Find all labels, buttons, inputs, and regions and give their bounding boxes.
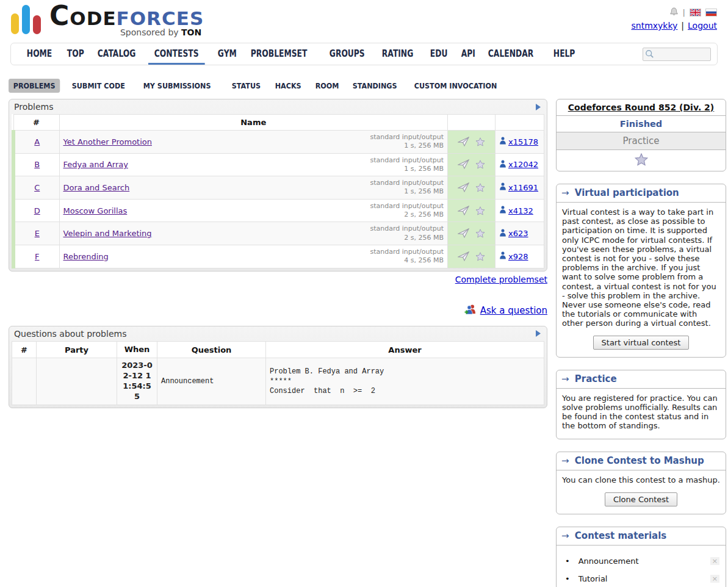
favorite-star-icon[interactable] xyxy=(475,160,485,169)
material-announcement-link[interactable]: Announcement xyxy=(578,556,710,566)
expand-arrow-icon[interactable] xyxy=(535,103,541,111)
nav-item-help[interactable]: HELP xyxy=(547,43,581,65)
subnav-submit-code[interactable]: SUBMIT CODE xyxy=(67,79,130,93)
problem-name-link[interactable]: Velepin and Marketing xyxy=(63,229,152,238)
contest-title-link[interactable]: Codeforces Round 852 (Div. 2) xyxy=(568,103,714,112)
nav-item-edu[interactable]: EDU xyxy=(424,43,453,65)
solved-count-link[interactable]: x928 xyxy=(508,252,528,261)
subnav-problems[interactable]: PROBLEMS xyxy=(9,79,60,93)
practice-title: Practice xyxy=(575,373,617,384)
nav-item-rating[interactable]: RATING xyxy=(376,43,419,65)
q-col-header-answer: Answer xyxy=(266,341,544,358)
bell-icon[interactable] xyxy=(669,7,679,17)
clone-contest-button[interactable]: Clone Contest xyxy=(605,492,677,506)
caption-arrow: → xyxy=(561,373,569,384)
nav-item-gym[interactable]: GYM xyxy=(212,43,243,65)
table-row: B Fedya and Array standard input/output1… xyxy=(13,153,544,176)
solved-count-link[interactable]: x623 xyxy=(508,229,528,238)
nav-item-api[interactable]: API xyxy=(455,43,481,65)
subnav-hacks[interactable]: HACKS xyxy=(270,79,306,93)
nav-item-calendar[interactable]: CALENDAR xyxy=(482,43,539,65)
submit-plane-icon[interactable] xyxy=(458,182,470,193)
nav-item-catalog[interactable]: CATALOG xyxy=(92,43,142,65)
submit-plane-icon[interactable] xyxy=(458,206,470,216)
nav-item-contests[interactable]: CONTESTS xyxy=(148,43,204,65)
main-column: Problems # Name A Yet Another Promotion xyxy=(9,99,547,587)
q-col-header-party: Party xyxy=(37,341,117,358)
virtual-title: Virtual participation xyxy=(575,187,679,198)
problem-name-link[interactable]: Yet Another Promotion xyxy=(63,137,152,146)
clone-title: Clone Contest to Mashup xyxy=(575,455,704,466)
favorite-star-icon[interactable] xyxy=(475,183,485,192)
logout-link[interactable]: Logout xyxy=(688,21,717,31)
problem-letter-link[interactable]: D xyxy=(34,206,40,215)
problem-letter-link[interactable]: F xyxy=(35,252,39,261)
solved-person-icon xyxy=(499,251,506,261)
col-header-solved xyxy=(496,115,544,131)
submit-plane-icon[interactable] xyxy=(458,137,470,147)
problem-name-link[interactable]: Rebrending xyxy=(63,252,109,261)
problem-name-link[interactable]: Moscow Gorillas xyxy=(63,206,128,215)
username-link[interactable]: sntmxykky xyxy=(631,21,677,31)
subnav-my-submissions[interactable]: MY SUBMISSIONS xyxy=(139,79,215,93)
sidebar: Codeforces Round 852 (Div. 2) Finished P… xyxy=(556,99,726,587)
problem-name-link[interactable]: Dora and Search xyxy=(63,183,130,192)
search-icon xyxy=(645,49,654,59)
favorite-star-icon[interactable] xyxy=(475,252,485,261)
nav-item-top[interactable]: TOP xyxy=(61,43,90,65)
nav-item-problemset[interactable]: PROBLEMSET xyxy=(245,43,313,65)
problem-letter-link[interactable]: B xyxy=(34,160,40,169)
solved-count-link[interactable]: x11691 xyxy=(508,183,538,192)
material-tutorial-link[interactable]: Tutorial xyxy=(578,574,710,583)
solved-person-icon xyxy=(499,160,506,170)
user-separator: | xyxy=(681,21,684,31)
solved-count-link[interactable]: x4132 xyxy=(508,206,533,215)
close-icon[interactable]: × xyxy=(710,575,719,583)
problem-letter-link[interactable]: E xyxy=(35,229,40,238)
problem-io: standard input/output xyxy=(370,202,444,210)
problem-letter-link[interactable]: A xyxy=(34,137,40,146)
contest-info-box: Codeforces Round 852 (Div. 2) Finished P… xyxy=(556,99,726,171)
submit-plane-icon[interactable] xyxy=(458,159,470,170)
contest-star-icon[interactable] xyxy=(635,159,648,168)
table-row: 2023-02-12 11:54:55 Announcement Problem… xyxy=(12,358,544,405)
bullet: • xyxy=(565,556,570,566)
caption-arrow: → xyxy=(561,455,569,466)
ask-question-link[interactable]: Ask a question xyxy=(480,305,547,316)
subnav-room[interactable]: ROOM xyxy=(311,79,344,93)
questions-caption-bar: Questions about problems xyxy=(12,326,544,341)
nav-item-home[interactable]: HOME xyxy=(21,43,58,65)
sponsored-brand: TON xyxy=(181,27,201,37)
clone-contest-box: → Clone Contest to Mashup You can clone … xyxy=(556,452,726,514)
solved-count-link[interactable]: x12042 xyxy=(508,160,538,169)
solved-count-link[interactable]: x15178 xyxy=(508,137,538,146)
start-virtual-contest-button[interactable]: Start virtual contest xyxy=(593,336,690,350)
q-col-header-when: When xyxy=(117,341,157,358)
list-item: • Tutorial × xyxy=(565,574,719,583)
problem-letter-link[interactable]: C xyxy=(34,183,40,192)
problem-limits: 2 s, 256 MB xyxy=(404,234,444,242)
subnav-status[interactable]: STATUS xyxy=(227,79,265,93)
favorite-star-icon[interactable] xyxy=(475,206,485,215)
virtual-participation-box: → Virtual participation Virtual contest … xyxy=(556,184,726,358)
problem-name-link[interactable]: Fedya and Array xyxy=(63,160,128,169)
subnav-custom-invocation[interactable]: CUSTOM INVOCATION xyxy=(409,79,502,93)
close-icon[interactable]: × xyxy=(710,557,719,565)
flag-ru-icon[interactable] xyxy=(705,9,717,16)
question-when: 2023-02-12 11:54:55 xyxy=(117,358,157,405)
submit-plane-icon[interactable] xyxy=(458,228,470,239)
favorite-star-icon[interactable] xyxy=(475,229,485,238)
complete-problemset-link[interactable]: Complete problemset xyxy=(455,275,547,284)
problem-io: standard input/output xyxy=(370,248,444,256)
solved-person-icon xyxy=(499,229,506,239)
nav-item-groups[interactable]: GROUPS xyxy=(323,43,371,65)
submit-plane-icon[interactable] xyxy=(458,251,470,262)
codeforces-logo[interactable]: Codeforces Sponsored by TON xyxy=(11,2,204,37)
subnav-standings[interactable]: STANDINGS xyxy=(348,79,402,93)
problem-io: standard input/output xyxy=(370,133,444,141)
expand-arrow-icon[interactable] xyxy=(535,330,541,337)
favorite-star-icon[interactable] xyxy=(475,137,485,146)
flag-en-icon[interactable] xyxy=(690,9,701,16)
caption-arrow: → xyxy=(561,530,569,541)
question-answer: Problem B. Fedya and Array*****Consider … xyxy=(266,358,544,405)
